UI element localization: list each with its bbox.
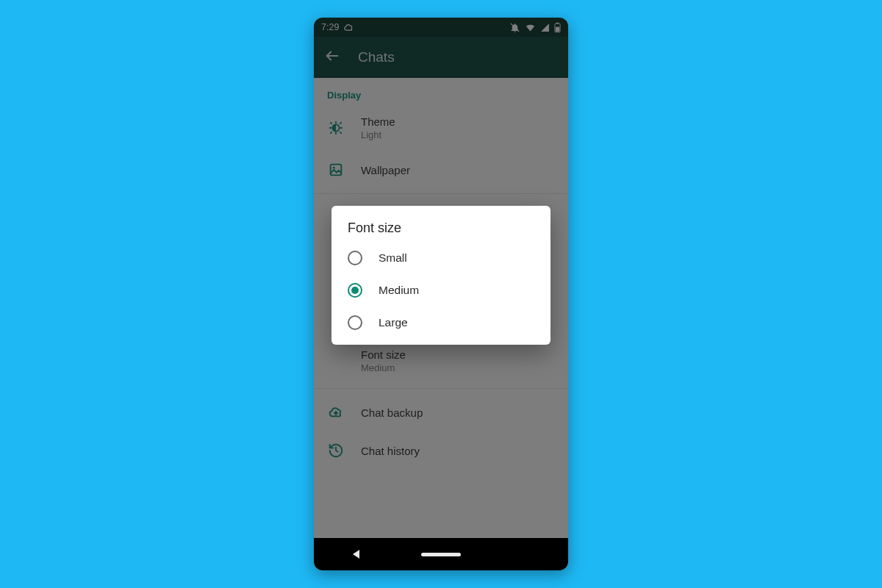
option-label: Small <box>379 251 407 265</box>
dialog-title: Font size <box>331 220 551 242</box>
option-medium[interactable]: Medium <box>331 274 551 306</box>
android-nav-bar <box>314 538 568 570</box>
option-small[interactable]: Small <box>331 242 551 274</box>
nav-back-icon <box>353 550 359 559</box>
phone-frame: 7:29 <box>314 18 568 570</box>
radio-icon <box>348 251 362 265</box>
radio-icon <box>348 315 362 330</box>
nav-back-button[interactable] <box>337 550 376 559</box>
option-label: Large <box>379 316 408 329</box>
screen: 7:29 <box>314 18 568 570</box>
option-large[interactable]: Large <box>331 306 551 339</box>
option-label: Medium <box>379 284 419 297</box>
radio-icon-selected <box>348 283 362 298</box>
nav-home-button[interactable] <box>421 553 461 556</box>
font-size-dialog: Font size Small Medium Large <box>331 206 551 345</box>
